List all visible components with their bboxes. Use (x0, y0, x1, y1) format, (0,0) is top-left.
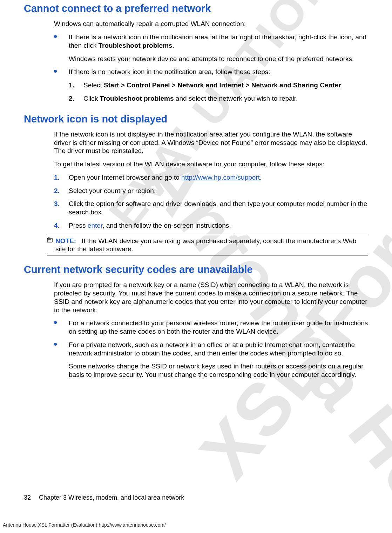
sec1-steps: 1. Select Start > Control Panel > Networ… (69, 81, 368, 103)
step-number: 4. (54, 221, 60, 230)
sec2-p2: To get the latest version of the WLAN de… (54, 160, 368, 168)
chapter-title: Chapter 3 Wireless, modem, and local are… (39, 494, 184, 501)
hp-support-link[interactable]: http://www.hp.com/support (181, 174, 260, 181)
evaluation-footer: Antenna House XSL Formatter (Evaluation)… (3, 522, 166, 528)
heading-network-icon: Network icon is not displayed (24, 113, 368, 125)
sec1-s2-a: Click (83, 95, 100, 102)
sec1-bullet-1: If there is a network icon in the notifi… (54, 33, 368, 63)
sec2-steps: 1. Open your Internet browser and go to … (54, 173, 368, 230)
sec2-step-1: 1. Open your Internet browser and go to … (54, 173, 368, 182)
sec1-bullet-2: If there is no network icon in the notif… (54, 68, 368, 102)
sec2-s3-text: Click the option for software and driver… (69, 200, 367, 216)
step-number: 3. (54, 200, 60, 208)
svg-point-4 (49, 237, 49, 237)
sec2-s4-a: Press (69, 222, 88, 229)
sec1-bullet-list: If there is a network icon in the notifi… (54, 33, 368, 103)
sec2-step-3: 3. Click the option for software and dri… (54, 200, 368, 216)
page-footer: 32 Chapter 3 Wireless, modem, and local … (24, 494, 184, 502)
sec1-s1-a: Select (83, 81, 104, 89)
sec1-b1-bold: Troubleshoot problems (98, 42, 172, 49)
sec1-s1-bold: Start > Control Panel > Network and Inte… (104, 81, 341, 89)
sec1-b1-text-b: . (173, 42, 174, 49)
step-number: 2. (69, 94, 74, 103)
sec1-s1-b: . (341, 81, 343, 89)
sec3-b2-sub: Some networks change the SSID or network… (69, 362, 368, 379)
heading-cannot-connect: Cannot connect to a preferred network (24, 2, 368, 15)
step-number: 1. (69, 81, 74, 89)
bullet-icon (54, 70, 57, 73)
sec2-s2-text: Select your country or region. (69, 187, 156, 194)
sec3-bullet-2: For a private network, such as a network… (54, 341, 368, 379)
sec1-s2-bold: Troubleshoot problems (100, 95, 174, 102)
bullet-icon (54, 321, 57, 324)
note-label: NOTE: (55, 237, 76, 245)
bullet-icon (54, 35, 57, 38)
sec1-b2-text: If there is no network icon in the notif… (69, 68, 270, 75)
sec1-intro: Windows can automatically repair a corru… (54, 20, 368, 28)
sec2-p1: If the network icon is not displayed in … (54, 130, 368, 155)
sec2-step-2: 2. Select your country or region. (54, 187, 368, 195)
sec2-s1-b: . (260, 174, 262, 181)
note-block: NOTE: If the WLAN device you are using w… (47, 235, 368, 256)
sec3-b2-text: For a private network, such as a network… (69, 341, 355, 357)
sec1-s2-b: and select the network you wish to repai… (174, 95, 298, 102)
sec3-bullet-1: For a network connected to your personal… (54, 319, 368, 336)
sec3-bullet-list: For a network connected to your personal… (54, 319, 368, 379)
enter-key: enter (88, 222, 102, 229)
sec3-p1: If you are prompted for a network key or… (54, 281, 368, 314)
step-number: 1. (54, 173, 60, 182)
page-number: 32 (24, 494, 31, 501)
sec1-b1-sub: Windows resets your network device and a… (69, 55, 368, 63)
bullet-icon (54, 343, 57, 346)
heading-security-codes: Current network security codes are unava… (24, 263, 368, 276)
page-content: Cannot connect to a preferred network Wi… (24, 2, 368, 379)
sec2-s1-a: Open your Internet browser and go to (69, 174, 181, 181)
sec2-s4-b: , and then follow the on-screen instruct… (102, 222, 231, 229)
sec1-step-1: 1. Select Start > Control Panel > Networ… (69, 81, 368, 89)
note-text: If the WLAN device you are using was pur… (55, 237, 356, 253)
sec1-step-2: 2. Click Troubleshoot problems and selec… (69, 94, 368, 103)
sec2-step-4: 4. Press enter, and then follow the on-s… (54, 221, 368, 230)
sec3-b1-text: For a network connected to your personal… (69, 319, 368, 335)
note-icon (47, 237, 53, 243)
step-number: 2. (54, 187, 60, 195)
